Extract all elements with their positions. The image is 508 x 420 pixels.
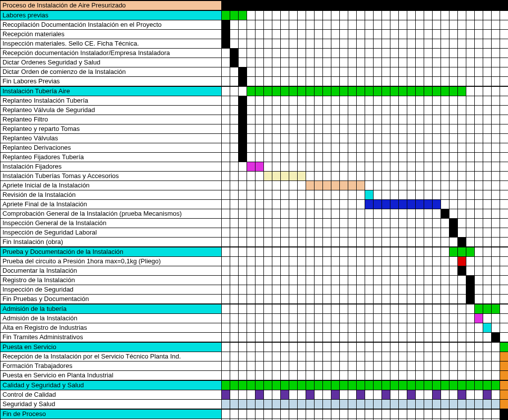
gantt-cell: [331, 49, 340, 58]
gantt-cell: [239, 181, 247, 190]
gantt-cell: [424, 39, 433, 49]
gantt-row-label: Fin de Proceso: [0, 409, 222, 419]
gantt-cell: [357, 0, 365, 10]
gantt-cell: [230, 153, 239, 162]
gantt-cell: [441, 314, 449, 323]
gantt-cell: [272, 342, 281, 352]
gantt-cell: [500, 162, 508, 172]
gantt-cell: [289, 380, 298, 390]
gantt-cell: [264, 285, 272, 295]
gantt-cell: [458, 106, 466, 115]
gantt-cell: [382, 172, 390, 181]
gantt-cell: [492, 162, 500, 172]
gantt-cell: [374, 276, 382, 285]
gantt-cell: [289, 20, 298, 30]
gantt-cell: [230, 134, 239, 143]
gantt-cell: [357, 295, 365, 304]
gantt-cell: [340, 181, 348, 190]
gantt-cell: [315, 0, 323, 10]
gantt-cell: [365, 361, 374, 371]
gantt-cell: [449, 342, 458, 352]
gantt-cell: [281, 134, 289, 143]
gantt-cell: [449, 304, 458, 314]
gantt-cell: [298, 295, 306, 304]
gantt-cell: [264, 143, 272, 153]
gantt-cell: [222, 77, 230, 87]
gantt-section-row: Calidad y Seguridad y Salud: [0, 380, 508, 390]
gantt-cell: [348, 20, 357, 30]
gantt-cell: [441, 10, 449, 20]
gantt-cell: [449, 371, 458, 381]
gantt-cell: [281, 285, 289, 295]
gantt-cell: [315, 86, 323, 96]
gantt-cell: [272, 58, 281, 67]
gantt-cell: [222, 333, 230, 343]
gantt-cell: [222, 285, 230, 295]
gantt-cell: [449, 49, 458, 58]
gantt-cell: [239, 371, 247, 381]
gantt-cell: [441, 143, 449, 153]
gantt-cell: [382, 409, 390, 419]
gantt-cell: [433, 10, 441, 20]
gantt-cell: [357, 380, 365, 390]
gantt-task-row: Prueba del circuito a Presión 1hora max=…: [0, 257, 508, 266]
gantt-cell: [230, 190, 239, 200]
gantt-cell: [449, 228, 458, 238]
gantt-cell: [441, 115, 449, 124]
gantt-cell: [458, 276, 466, 285]
gantt-cell: [315, 162, 323, 172]
gantt-cell: [230, 333, 239, 343]
gantt-cell: [500, 190, 508, 200]
gantt-cell: [247, 266, 255, 276]
gantt-cell: [374, 20, 382, 30]
gantt-cell: [315, 285, 323, 295]
gantt-section-row: Puesta en Servicio: [0, 342, 508, 352]
gantt-cell: [449, 390, 458, 400]
gantt-cell: [306, 247, 315, 257]
gantt-cell: [449, 10, 458, 20]
gantt-cell: [306, 361, 315, 371]
gantt-cell: [458, 342, 466, 352]
gantt-cell: [340, 143, 348, 153]
gantt-cell: [247, 96, 255, 106]
gantt-cell: [458, 257, 466, 266]
gantt-cell: [348, 276, 357, 285]
gantt-cell: [222, 49, 230, 58]
gantt-cell: [492, 361, 500, 371]
gantt-cell: [441, 162, 449, 172]
gantt-cell: [357, 143, 365, 153]
gantt-cell: [466, 209, 475, 219]
gantt-cell: [407, 285, 416, 295]
gantt-cell: [239, 247, 247, 257]
gantt-cell: [306, 219, 315, 228]
gantt-cell: [331, 153, 340, 162]
gantt-cell: [298, 115, 306, 124]
gantt-cell: [331, 86, 340, 96]
gantt-cell: [239, 342, 247, 352]
gantt-cell: [441, 153, 449, 162]
gantt-cell: [264, 39, 272, 49]
gantt-cell: [492, 371, 500, 381]
gantt-cell: [407, 0, 416, 10]
gantt-cell: [390, 172, 399, 181]
gantt-cell: [441, 190, 449, 200]
gantt-cell: [230, 181, 239, 190]
gantt-cell: [449, 134, 458, 143]
gantt-cell: [374, 361, 382, 371]
gantt-cell: [500, 285, 508, 295]
gantt-cell: [492, 400, 500, 410]
gantt-cell: [424, 153, 433, 162]
gantt-task-row: Replanteo Derivaciones: [0, 143, 508, 153]
gantt-cell: [348, 352, 357, 361]
gantt-cell: [247, 295, 255, 304]
gantt-cell: [407, 30, 416, 39]
gantt-cell: [340, 238, 348, 247]
gantt-cell: [441, 134, 449, 143]
gantt-cell: [298, 323, 306, 333]
gantt-cell: [315, 266, 323, 276]
gantt-cell: [281, 219, 289, 228]
gantt-cell: [365, 124, 374, 134]
gantt-cell: [331, 342, 340, 352]
gantt-cell: [399, 276, 407, 285]
gantt-cell: [390, 143, 399, 153]
